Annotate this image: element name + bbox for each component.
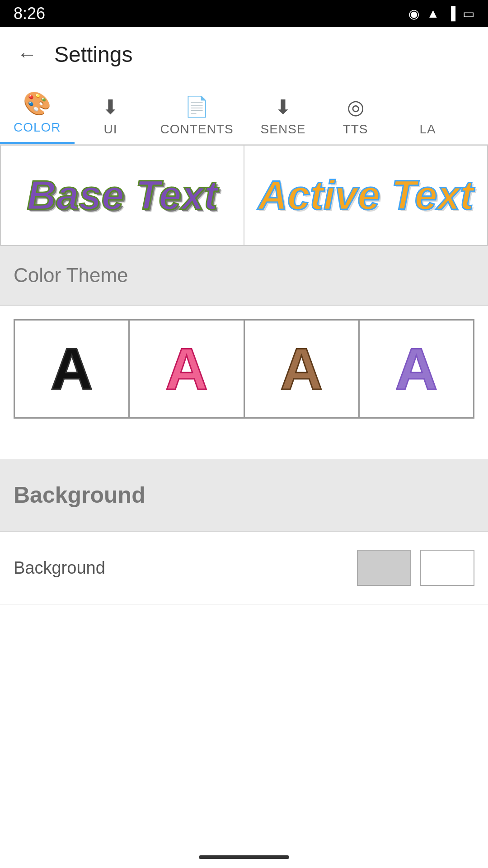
battery-icon: ▭	[463, 6, 474, 21]
preview-base[interactable]: Base Text	[1, 146, 244, 245]
tab-sense[interactable]: ⬇ SENSE	[247, 86, 319, 144]
tab-la[interactable]: LA	[392, 109, 464, 144]
scroll-bar	[199, 855, 289, 859]
base-text-preview: Base Text	[27, 172, 218, 219]
status-icons: ◉ ▲ ▐ ▭	[408, 6, 474, 21]
background-title: Background	[14, 482, 145, 508]
status-time: 8:26	[14, 4, 45, 23]
background-label: Background	[14, 558, 105, 578]
theme-options: A A A A	[0, 306, 488, 432]
tab-color-label: COLOR	[14, 120, 61, 135]
preview-active[interactable]: Active Text	[244, 146, 487, 245]
sense-icon: ⬇	[275, 95, 291, 118]
background-row: Background	[0, 532, 488, 604]
wifi-icon: ▲	[427, 6, 439, 21]
tab-color[interactable]: 🎨 COLOR	[0, 81, 75, 144]
app-bar: ← Settings	[0, 27, 488, 81]
palette-icon: 🎨	[23, 90, 51, 117]
theme-letter-black: A	[51, 335, 93, 403]
theme-option-pink[interactable]: A	[128, 319, 243, 419]
scroll-indicator	[0, 846, 488, 868]
theme-letter-pink: A	[165, 335, 208, 403]
signal-icon: ▐	[446, 6, 455, 21]
background-controls	[357, 550, 474, 586]
theme-letter-purple: A	[395, 335, 437, 403]
back-button[interactable]: ←	[14, 41, 41, 68]
background-color-swatch-white[interactable]	[420, 550, 474, 586]
theme-option-brown[interactable]: A	[244, 319, 358, 419]
theme-letter-brown: A	[280, 335, 323, 403]
tab-contents[interactable]: 📄 CONTENTS	[147, 86, 247, 144]
page-title: Settings	[54, 42, 132, 67]
tab-bar: 🎨 COLOR ⬇ UI 📄 CONTENTS ⬇ SENSE ◎ TTS LA	[0, 81, 488, 145]
tab-ui[interactable]: ⬇ UI	[75, 86, 147, 144]
background-header: Background	[0, 459, 488, 532]
tts-icon: ◎	[347, 95, 364, 118]
theme-option-black[interactable]: A	[14, 319, 128, 419]
ui-icon: ⬇	[102, 95, 119, 118]
color-theme-title: Color Theme	[14, 264, 128, 286]
shield-icon: ◉	[408, 6, 419, 21]
tab-la-label: LA	[419, 122, 436, 137]
color-theme-header: Color Theme	[0, 246, 488, 306]
background-color-swatch-gray[interactable]	[357, 550, 411, 586]
active-text-preview: Active Text	[258, 172, 474, 219]
tab-ui-label: UI	[104, 122, 117, 137]
contents-icon: 📄	[184, 95, 209, 118]
back-arrow-icon: ←	[17, 43, 37, 66]
theme-option-purple[interactable]: A	[358, 319, 474, 419]
tab-contents-label: CONTENTS	[160, 122, 234, 137]
tab-sense-label: SENSE	[261, 122, 306, 137]
preview-section: Base Text Active Text	[0, 145, 488, 246]
status-bar: 8:26 ◉ ▲ ▐ ▭	[0, 0, 488, 27]
tab-tts-label: TTS	[343, 122, 368, 137]
tab-tts[interactable]: ◎ TTS	[319, 86, 392, 144]
